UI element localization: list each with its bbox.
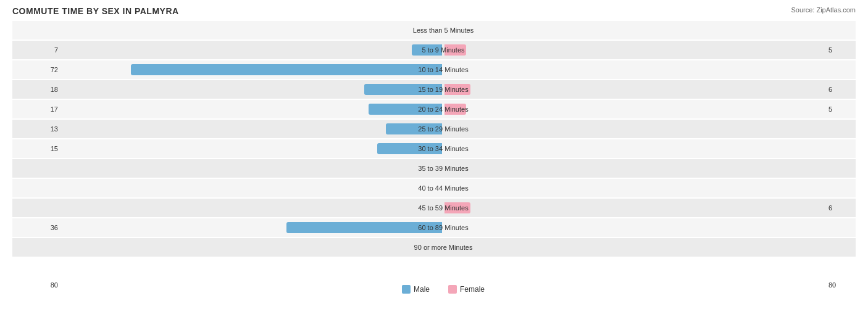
female-bar-container xyxy=(443,120,825,138)
source-label: Source: ZipAtlas.com xyxy=(791,6,856,14)
table-row: 40 to 44 Minutes xyxy=(12,179,856,197)
female-bar xyxy=(444,44,466,56)
female-value: 6 xyxy=(825,86,856,93)
male-bar-container xyxy=(62,199,443,217)
male-bar-container xyxy=(62,100,443,118)
bars-section: 15 to 19 Minutes xyxy=(62,80,825,99)
male-bar xyxy=(286,222,442,233)
bars-section: 40 to 44 Minutes xyxy=(62,179,825,197)
bars-section: 25 to 29 Minutes xyxy=(62,120,825,138)
table-row: 13 25 to 29 Minutes xyxy=(12,120,856,138)
bars-section: 60 to 89 Minutes xyxy=(62,218,825,237)
male-value: 7 xyxy=(12,46,62,54)
female-bar-container xyxy=(443,139,825,158)
female-bar-container xyxy=(443,159,825,178)
table-row: 18 15 to 19 Minutes 6 xyxy=(12,80,856,99)
table-row: Less than 5 Minutes xyxy=(12,21,856,39)
female-bar xyxy=(444,84,470,95)
male-bar xyxy=(377,143,442,154)
female-bar xyxy=(444,202,470,213)
female-value: 5 xyxy=(825,105,856,113)
male-bar xyxy=(364,84,442,95)
male-value: 13 xyxy=(12,125,62,133)
female-value: 5 xyxy=(825,46,856,54)
female-bar-container xyxy=(443,179,825,197)
male-bar-container xyxy=(62,41,443,59)
male-value: 36 xyxy=(12,224,62,231)
male-bar-container xyxy=(62,238,443,257)
axis-right-val: 80 xyxy=(825,281,856,294)
bars-section: 35 to 39 Minutes xyxy=(62,159,825,178)
male-bar xyxy=(131,64,442,75)
bars-section: 5 to 9 Minutes xyxy=(62,41,825,59)
male-bar xyxy=(412,44,442,56)
female-bar-container xyxy=(443,199,825,217)
male-bar xyxy=(386,123,442,134)
female-legend-box xyxy=(448,285,457,294)
male-bar-container xyxy=(62,139,443,158)
bars-section: 45 to 59 Minutes xyxy=(62,199,825,217)
bars-section: 90 or more Minutes xyxy=(62,238,825,257)
female-bar-container xyxy=(443,60,825,79)
table-row: 35 to 39 Minutes xyxy=(12,159,856,178)
male-bar-container xyxy=(62,159,443,178)
bars-section: 20 to 24 Minutes xyxy=(62,100,825,118)
female-bar-container xyxy=(443,21,825,39)
chart-title: COMMUTE TIME BY SEX IN PALMYRA xyxy=(12,6,856,16)
male-bar-container xyxy=(62,80,443,99)
chart-container: COMMUTE TIME BY SEX IN PALMYRA Source: Z… xyxy=(0,0,868,322)
male-bar-container xyxy=(62,218,443,237)
bars-section: 30 to 34 Minutes xyxy=(62,139,825,158)
male-value: 18 xyxy=(12,86,62,93)
legend-male: Male xyxy=(402,285,430,294)
male-legend-box xyxy=(402,285,411,294)
female-bar-container xyxy=(443,238,825,257)
female-bar-container xyxy=(443,218,825,237)
table-row: 45 to 59 Minutes 6 xyxy=(12,199,856,217)
table-row: 90 or more Minutes xyxy=(12,238,856,257)
male-bar-container xyxy=(62,60,443,79)
male-bar-container xyxy=(62,179,443,197)
axis-left-val: 80 xyxy=(12,281,62,294)
male-bar-container xyxy=(62,21,443,39)
bars-section: Less than 5 Minutes xyxy=(62,21,825,39)
male-legend-label: Male xyxy=(414,285,430,294)
table-row: 15 30 to 34 Minutes xyxy=(12,139,856,158)
female-bar xyxy=(444,104,466,115)
bars-section: 10 to 14 Minutes xyxy=(62,60,825,79)
legend-female: Female xyxy=(448,285,485,294)
female-legend-label: Female xyxy=(460,285,485,294)
male-bar xyxy=(369,104,442,115)
female-bar-container xyxy=(443,100,825,118)
table-row: 36 60 to 89 Minutes xyxy=(12,218,856,237)
male-value: 15 xyxy=(12,145,62,152)
table-row: 17 20 to 24 Minutes 5 xyxy=(12,100,856,118)
legend: Male Female xyxy=(402,285,485,294)
female-bar-container xyxy=(443,41,825,59)
female-value: 6 xyxy=(825,204,856,212)
table-row: 72 10 to 14 Minutes xyxy=(12,60,856,79)
male-bar-container xyxy=(62,120,443,138)
chart-area: Less than 5 Minutes 7 5 to 9 Minutes 5 7… xyxy=(12,21,856,280)
male-value: 17 xyxy=(12,105,62,113)
axis-row: 80 Male Female 80 xyxy=(12,280,856,294)
female-bar-container xyxy=(443,80,825,99)
table-row: 7 5 to 9 Minutes 5 xyxy=(12,41,856,59)
male-value: 72 xyxy=(12,66,62,73)
